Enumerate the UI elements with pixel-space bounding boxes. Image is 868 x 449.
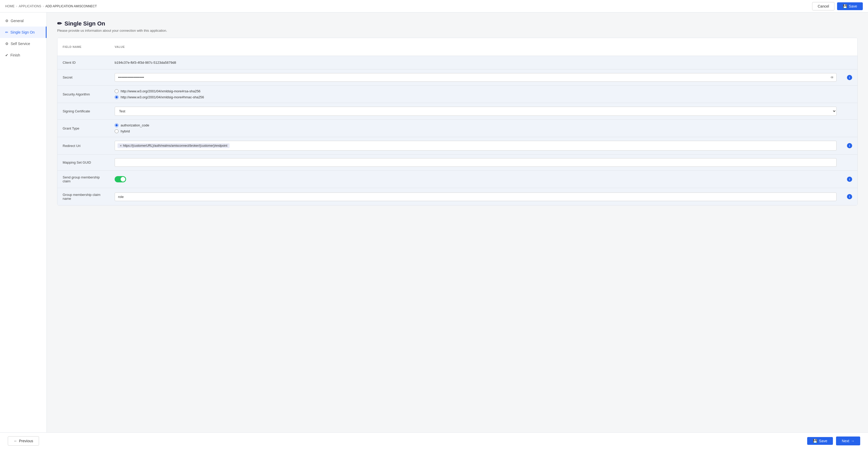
prev-label: Previous (19, 439, 33, 443)
row-mapping-set-guid: Mapping Set GUID (57, 154, 857, 171)
remove-tag-icon[interactable]: ✕ (120, 144, 122, 148)
secret-input[interactable] (115, 73, 837, 82)
redirect-uri-tag: ✕ https://{customerURL}/auth/realms/amis… (118, 143, 229, 148)
label-secret: Secret (57, 69, 110, 85)
info-mapping-set-guid (842, 154, 857, 170)
previous-button[interactable]: ← Previous (8, 436, 39, 446)
breadcrumb-home[interactable]: HOME (5, 4, 14, 8)
send-group-membership-toggle[interactable] (115, 176, 126, 182)
radio-rsa[interactable]: http://www.w3.org/2001/04/xmldsig-more#r… (115, 89, 204, 93)
info-signing-certificate (842, 103, 857, 119)
cancel-button[interactable]: Cancel (812, 2, 834, 10)
radio-hmac-label: http://www.w3.org/2001/04/xmldsig-more#h… (121, 95, 204, 99)
topbar-actions: Cancel 💾 Save (812, 2, 863, 10)
sidebar-label-sso: Single Sign On (10, 30, 35, 34)
info-secret: i (842, 69, 857, 85)
label-redirect-uri: Redirect Uri (57, 137, 110, 154)
row-grant-type: Grant Type authorization_code hybrid (57, 120, 857, 137)
info-client-id (842, 56, 857, 69)
row-security-algorithm: Security Algorithm http://www.w3.org/200… (57, 86, 857, 103)
info-security-algorithm (842, 86, 857, 103)
label-client-id: Client ID (57, 56, 110, 69)
secret-input-wrap: 👁 (115, 73, 837, 82)
value-mapping-set-guid (110, 154, 842, 170)
sidebar-label-general: General (11, 19, 24, 23)
next-button[interactable]: Next → (836, 437, 860, 445)
info-grant-type (842, 120, 857, 137)
info-group-membership-claim-name: i (842, 188, 857, 205)
radio-auth-code-input[interactable] (115, 123, 119, 127)
mapping-set-guid-input[interactable] (115, 158, 837, 167)
label-group-membership-claim-name: Group membership claim name (57, 188, 110, 205)
group-membership-claim-name-input[interactable] (115, 192, 837, 201)
col-header-info (842, 40, 857, 53)
sidebar: ⚙ General ✏ Single Sign On ⚙ Self Servic… (0, 12, 47, 449)
value-secret: 👁 (110, 69, 842, 85)
radio-hmac-input[interactable] (115, 95, 119, 99)
info-icon-send-group[interactable]: i (847, 177, 852, 182)
save-button-bottom[interactable]: 💾 Save (807, 437, 833, 445)
topbar: HOME › APPLICATIONS › ADD APPLICATION AM… (0, 0, 868, 12)
value-client-id: b194c37e-fbf3-4f3d-987c-5123da5879d8 (110, 56, 842, 69)
info-icon-redirect[interactable]: i (847, 143, 852, 148)
info-icon-group-membership[interactable]: i (847, 194, 852, 199)
breadcrumb-applications[interactable]: APPLICATIONS (19, 4, 41, 8)
radio-hybrid-label: hybrid (121, 129, 130, 133)
client-id-value: b194c37e-fbf3-4f3d-987c-5123da5879d8 (115, 61, 176, 64)
info-redirect-uri: i (842, 137, 857, 154)
radio-hybrid[interactable]: hybrid (115, 129, 149, 133)
row-redirect-uri: Redirect Uri ✕ https://{customerURL}/aut… (57, 137, 857, 154)
page-title-text: Single Sign On (64, 20, 105, 27)
bottom-right-actions: 💾 Save Next → (807, 437, 860, 445)
redirect-uri-tag-value: https://{customerURL}/auth/realms/amisco… (123, 144, 227, 148)
sso-icon: ✏ (5, 30, 8, 34)
row-signing-certificate: Signing Certificate Test Production (57, 103, 857, 120)
row-send-group-membership: Send group membership claim i (57, 171, 857, 188)
info-send-group-membership: i (842, 171, 857, 188)
save-button-top[interactable]: 💾 Save (837, 2, 863, 10)
finish-icon: ✔ (5, 53, 8, 57)
main-content: ✏ Single Sign On Please provide us infor… (47, 12, 868, 449)
main-layout: ⚙ General ✏ Single Sign On ⚙ Self Servic… (0, 12, 868, 449)
label-grant-type: Grant Type (57, 120, 110, 137)
breadcrumb-sep-2: › (43, 4, 44, 8)
radio-rsa-input[interactable] (115, 89, 119, 93)
value-redirect-uri: ✕ https://{customerURL}/auth/realms/amis… (110, 137, 842, 154)
next-label: Next (842, 439, 849, 443)
page-title: ✏ Single Sign On (57, 20, 858, 27)
value-send-group-membership (110, 171, 842, 188)
security-algorithm-radio-group: http://www.w3.org/2001/04/xmldsig-more#r… (115, 89, 204, 99)
sidebar-label-finish: Finish (10, 53, 20, 57)
radio-rsa-label: http://www.w3.org/2001/04/xmldsig-more#r… (121, 89, 200, 93)
toggle-slider (115, 176, 126, 182)
redirect-uri-tag-input[interactable]: ✕ https://{customerURL}/auth/realms/amis… (115, 141, 837, 151)
breadcrumb: HOME › APPLICATIONS › ADD APPLICATION AM… (5, 4, 97, 8)
info-icon-secret[interactable]: i (847, 75, 852, 80)
label-signing-certificate: Signing Certificate (57, 103, 110, 119)
eye-icon[interactable]: 👁 (830, 76, 834, 80)
row-group-membership-claim-name: Group membership claim name i (57, 188, 857, 205)
col-header-field: FIELD NAME (57, 40, 110, 53)
signing-certificate-select[interactable]: Test Production (115, 107, 837, 116)
sidebar-label-self-service: Self Service (11, 41, 30, 46)
label-send-group-membership: Send group membership claim (57, 171, 110, 188)
save-icon: 💾 (843, 4, 847, 8)
toggle-wrap (115, 176, 126, 182)
radio-auth-code[interactable]: authorization_code (115, 123, 149, 127)
save-label-top: Save (849, 4, 857, 8)
page-header: ✏ Single Sign On Please provide us infor… (57, 20, 858, 32)
value-grant-type: authorization_code hybrid (110, 120, 842, 137)
sidebar-item-general[interactable]: ⚙ General (0, 15, 46, 27)
value-signing-certificate: Test Production (110, 103, 842, 119)
page-subtitle: Please provide us information about your… (57, 29, 858, 32)
breadcrumb-sep-1: › (16, 4, 17, 8)
radio-hybrid-input[interactable] (115, 129, 119, 133)
radio-hmac[interactable]: http://www.w3.org/2001/04/xmldsig-more#h… (115, 95, 204, 99)
sidebar-item-self-service[interactable]: ⚙ Self Service (0, 38, 46, 50)
label-mapping-set-guid: Mapping Set GUID (57, 154, 110, 170)
sidebar-item-finish[interactable]: ✔ Finish (0, 50, 46, 61)
sidebar-item-sso[interactable]: ✏ Single Sign On (0, 27, 46, 38)
save-label-bottom: Save (819, 439, 827, 443)
value-group-membership-claim-name (110, 188, 842, 205)
radio-auth-code-label: authorization_code (121, 123, 149, 127)
